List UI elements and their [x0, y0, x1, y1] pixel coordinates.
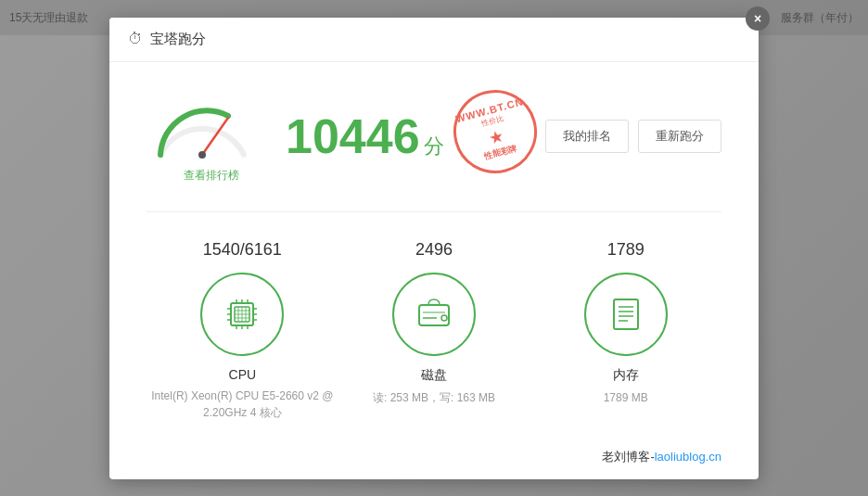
rerun-button[interactable]: 重新跑分 — [638, 120, 721, 153]
speedometer-icon: ⏱ — [128, 31, 143, 47]
modal-footer: 老刘博客-laoliublog.cn — [109, 439, 759, 479]
performance-stamp: WWW.BT.CN 性价比 ★ 性能彩牌 — [443, 81, 545, 183]
score-number: 10446 — [286, 112, 420, 160]
cpu-score: 1540/6161 — [203, 240, 282, 260]
disk-score: 2496 — [415, 240, 453, 260]
footer-prefix: 老刘博客- — [602, 450, 654, 464]
close-button[interactable]: × — [746, 6, 770, 31]
memory-desc: 1789 MB — [604, 389, 648, 406]
svg-point-1 — [198, 151, 206, 159]
cpu-desc: Intel(R) Xeon(R) CPU E5-2660 v2 @2.20GHz… — [151, 388, 333, 421]
modal-header: ⏱ 宝塔跑分 — [109, 18, 759, 62]
memory-icon — [604, 292, 648, 337]
disk-desc: 读: 253 MB，写: 163 MB — [373, 389, 495, 406]
stamp-line4: 性能彩牌 — [483, 143, 518, 163]
score-unit: 分 — [424, 133, 444, 160]
ranking-link[interactable]: 查看排行榜 — [184, 168, 239, 184]
metric-memory: 1789 内存 1789 MB — [530, 240, 721, 406]
modal: × ⏱ 宝塔跑分 — [109, 18, 759, 479]
cpu-name: CPU — [229, 367, 257, 382]
metric-cpu: 1540/6161 — [147, 240, 338, 421]
score-section: 查看排行榜 10446 分 WWW.BT.CN 性价比 ★ 性能彩牌 — [147, 90, 721, 184]
memory-name: 内存 — [613, 367, 639, 384]
gauge-widget — [147, 90, 258, 164]
gauge-svg — [147, 90, 258, 164]
score-buttons: 我的排名 重新跑分 — [545, 120, 721, 153]
disk-name: 磁盘 — [421, 367, 447, 384]
svg-rect-26 — [614, 299, 638, 329]
disk-circle — [392, 273, 476, 356]
memory-circle — [584, 273, 668, 356]
section-divider — [147, 211, 721, 212]
footer-link[interactable]: laoliublog.cn — [655, 450, 721, 464]
score-display: 10446 分 — [286, 112, 444, 160]
my-rank-button[interactable]: 我的排名 — [545, 120, 629, 153]
cpu-circle — [200, 273, 284, 356]
metrics-section: 1540/6161 — [147, 240, 721, 421]
modal-body: 查看排行榜 10446 分 WWW.BT.CN 性价比 ★ 性能彩牌 — [109, 62, 759, 439]
memory-score: 1789 — [607, 240, 645, 260]
modal-title: 宝塔跑分 — [150, 31, 206, 48]
stamp-decoration: WWW.BT.CN 性价比 ★ 性能彩牌 — [453, 90, 537, 173]
cpu-icon — [220, 292, 264, 337]
svg-point-23 — [441, 315, 447, 321]
modal-overlay: × ⏱ 宝塔跑分 — [0, 0, 868, 496]
metric-disk: 2496 磁盘 读: 253 MB，写: 163 MB — [338, 240, 530, 406]
disk-icon — [412, 292, 456, 337]
